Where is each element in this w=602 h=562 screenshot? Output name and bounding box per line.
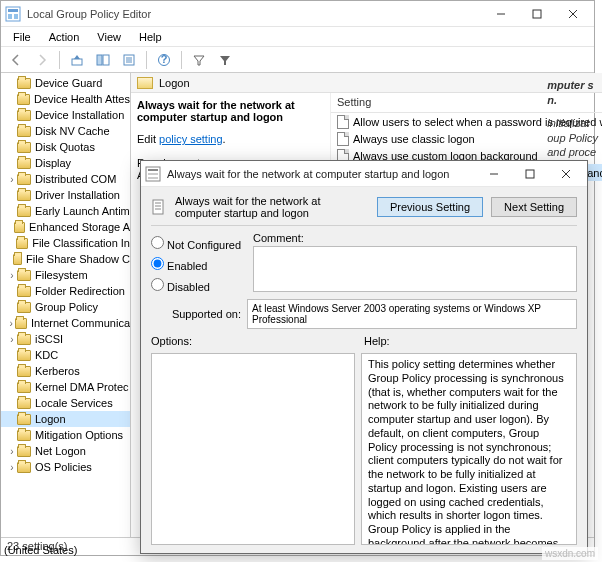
toolbar: ? — [1, 47, 594, 73]
setting-icon — [337, 115, 349, 129]
tree-item[interactable]: Enhanced Storage A — [1, 219, 130, 235]
tree-item-label: Logon — [35, 413, 66, 425]
tree-item[interactable]: Disk NV Cache — [1, 123, 130, 139]
tree-item[interactable]: Logon — [1, 411, 130, 427]
app-icon — [5, 6, 21, 22]
svg-rect-8 — [72, 59, 82, 65]
tree-item[interactable]: Device Health Attes — [1, 91, 130, 107]
dialog-heading: Always wait for the network at computer … — [175, 195, 369, 219]
show-hide-tree-button[interactable] — [92, 49, 114, 71]
tree-item[interactable]: Early Launch Antim — [1, 203, 130, 219]
menu-action[interactable]: Action — [41, 29, 88, 45]
dialog-titlebar[interactable]: Always wait for the network at computer … — [141, 161, 587, 187]
next-setting-button[interactable]: Next Setting — [491, 197, 577, 217]
tree-item-label: File Classification In — [32, 237, 130, 249]
svg-rect-20 — [148, 177, 158, 179]
details-header-title: Logon — [159, 77, 190, 89]
folder-icon — [13, 254, 22, 265]
tree-item[interactable]: Device Guard — [1, 75, 130, 91]
status-locale: (United States) — [4, 544, 77, 556]
menu-help[interactable]: Help — [131, 29, 170, 45]
tree-item[interactable]: KDC — [1, 347, 130, 363]
policy-dialog: Always wait for the network at computer … — [140, 160, 588, 554]
tree-item[interactable]: Disk Quotas — [1, 139, 130, 155]
svg-rect-22 — [526, 170, 534, 178]
tree-item[interactable]: File Classification In — [1, 235, 130, 251]
help-label: Help: — [364, 335, 577, 347]
tree-item-label: Distributed COM — [35, 173, 116, 185]
expand-icon[interactable]: › — [7, 270, 17, 281]
dialog-icon — [145, 166, 161, 182]
folder-icon — [17, 414, 31, 425]
back-button[interactable] — [5, 49, 27, 71]
dialog-close-button[interactable] — [549, 163, 583, 185]
close-button[interactable] — [556, 3, 590, 25]
tree-item-label: Enhanced Storage A — [29, 221, 130, 233]
maximize-button[interactable] — [520, 3, 554, 25]
tree-item[interactable]: Folder Redirection — [1, 283, 130, 299]
folder-icon — [17, 174, 31, 185]
filter-button[interactable] — [188, 49, 210, 71]
folder-icon — [17, 110, 31, 121]
nav-tree[interactable]: Device GuardDevice Health AttesDevice In… — [1, 73, 131, 537]
tree-item[interactable]: Kerberos — [1, 363, 130, 379]
expand-icon[interactable]: › — [7, 318, 15, 329]
supported-label: Supported on: — [151, 308, 241, 320]
tree-item[interactable]: ›Filesystem — [1, 267, 130, 283]
tree-item[interactable]: File Share Shadow C — [1, 251, 130, 267]
tree-item-label: Folder Redirection — [35, 285, 125, 297]
expand-icon[interactable]: › — [7, 174, 17, 185]
svg-rect-3 — [14, 14, 18, 19]
radio-disabled[interactable]: Disabled — [151, 278, 241, 293]
minimize-button[interactable] — [484, 3, 518, 25]
tree-item-label: Driver Installation — [35, 189, 120, 201]
properties-button[interactable] — [118, 49, 140, 71]
expand-icon[interactable]: › — [7, 446, 17, 457]
tree-item[interactable]: ›iSCSI — [1, 331, 130, 347]
tree-item[interactable]: Device Installation — [1, 107, 130, 123]
tree-item-label: Kerberos — [35, 365, 80, 377]
folder-icon — [17, 126, 31, 137]
forward-button[interactable] — [31, 49, 53, 71]
tree-item[interactable]: Locale Services — [1, 395, 130, 411]
tree-item-label: Display — [35, 157, 71, 169]
folder-icon — [17, 206, 31, 217]
comment-input[interactable] — [253, 246, 577, 292]
filter-options-button[interactable] — [214, 49, 236, 71]
tree-item[interactable]: Group Policy — [1, 299, 130, 315]
expand-icon[interactable]: › — [7, 462, 17, 473]
dialog-minimize-button[interactable] — [477, 163, 511, 185]
svg-rect-1 — [8, 9, 18, 12]
tree-item[interactable]: ›Internet Communica — [1, 315, 130, 331]
folder-icon — [15, 318, 27, 329]
folder-icon — [17, 158, 31, 169]
radio-not-configured[interactable]: Not Configured — [151, 236, 241, 251]
tree-item[interactable]: Driver Installation — [1, 187, 130, 203]
tree-item[interactable]: ›Net Logon — [1, 443, 130, 459]
menu-view[interactable]: View — [89, 29, 129, 45]
svg-rect-19 — [148, 173, 158, 175]
tree-item-label: Locale Services — [35, 397, 113, 409]
tree-item[interactable]: Mitigation Options — [1, 427, 130, 443]
tree-item[interactable]: Display — [1, 155, 130, 171]
dialog-maximize-button[interactable] — [513, 163, 547, 185]
svg-rect-18 — [148, 169, 158, 171]
radio-enabled[interactable]: Enabled — [151, 257, 241, 272]
tree-item-label: KDC — [35, 349, 58, 361]
tree-item-label: Disk NV Cache — [35, 125, 110, 137]
tree-item-label: iSCSI — [35, 333, 63, 345]
edit-policy-link[interactable]: policy setting — [159, 133, 223, 145]
titlebar[interactable]: Local Group Policy Editor — [1, 1, 594, 27]
menubar: File Action View Help — [1, 27, 594, 47]
tree-item[interactable]: ›Distributed COM — [1, 171, 130, 187]
tree-item[interactable]: Kernel DMA Protec — [1, 379, 130, 395]
folder-icon — [17, 366, 31, 377]
previous-setting-button[interactable]: Previous Setting — [377, 197, 483, 217]
tree-item[interactable]: ›OS Policies — [1, 459, 130, 475]
help-button[interactable]: ? — [153, 49, 175, 71]
options-box[interactable] — [151, 353, 355, 545]
menu-file[interactable]: File — [5, 29, 39, 45]
folder-icon — [17, 430, 31, 441]
up-button[interactable] — [66, 49, 88, 71]
expand-icon[interactable]: › — [7, 334, 17, 345]
